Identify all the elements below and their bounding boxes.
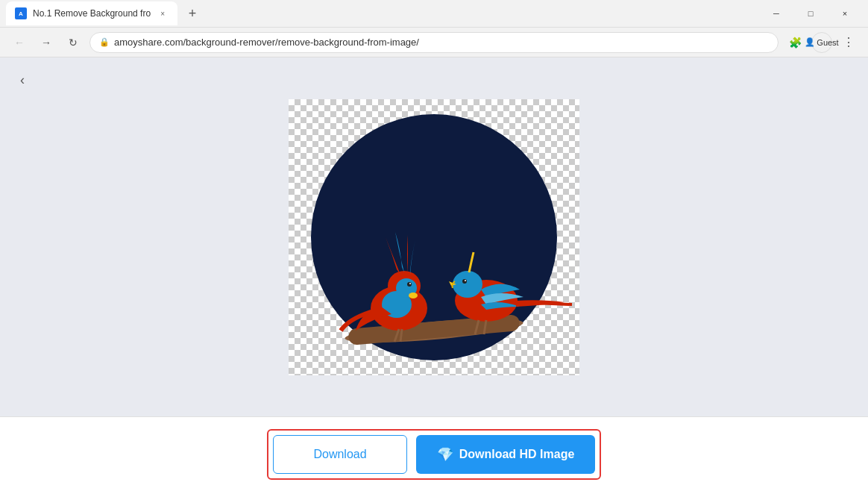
image-area xyxy=(0,57,868,416)
maximize-button[interactable]: □ xyxy=(793,0,828,27)
diamond-icon: 💎 xyxy=(437,446,453,463)
download-hd-label: Download HD Image xyxy=(459,448,575,461)
lock-icon: 🔒 xyxy=(99,37,110,47)
url-text: amoyshare.com/background-remover/remove-… xyxy=(114,37,419,48)
svg-point-12 xyxy=(462,279,467,284)
download-button[interactable]: Download xyxy=(273,435,407,474)
svg-point-11 xyxy=(453,271,482,298)
tab-close-button[interactable]: × xyxy=(157,7,169,19)
svg-point-7 xyxy=(409,293,418,298)
refresh-button[interactable]: ↻ xyxy=(63,32,84,53)
tab-favicon: A xyxy=(15,7,27,19)
page-content: ‹ xyxy=(0,57,868,491)
download-hd-button[interactable]: 💎 Download HD Image xyxy=(416,435,595,474)
svg-point-8 xyxy=(407,282,412,287)
minimize-button[interactable]: ─ xyxy=(759,0,793,27)
forward-nav-button[interactable]: → xyxy=(36,32,57,53)
tab-title: No.1 Remove Background fro xyxy=(33,8,151,19)
page-back-button[interactable]: ‹ xyxy=(12,69,33,90)
image-container xyxy=(289,99,579,375)
profile-icon: 👤 xyxy=(805,37,815,47)
address-bar-row: ← → ↻ 🔒 amoyshare.com/background-remover… xyxy=(0,28,868,57)
active-tab[interactable]: A No.1 Remove Background fro × xyxy=(6,1,177,25)
bottom-bar: Download 💎 Download HD Image xyxy=(0,416,868,491)
svg-point-13 xyxy=(465,280,466,281)
extensions-button[interactable]: 🧩 xyxy=(784,32,805,53)
svg-point-9 xyxy=(409,283,411,284)
browser-menu-button[interactable]: ⋮ xyxy=(838,32,859,53)
profile-button[interactable]: 👤 Guest xyxy=(811,32,832,53)
processed-image xyxy=(289,99,579,375)
close-button[interactable]: × xyxy=(828,0,862,27)
highlight-box: Download 💎 Download HD Image xyxy=(267,429,601,480)
tab-bar: A No.1 Remove Background fro × + ─ □ × xyxy=(0,0,868,27)
profile-label: Guest xyxy=(817,38,838,47)
address-bar[interactable]: 🔒 amoyshare.com/background-remover/remov… xyxy=(89,32,779,53)
window-controls: ─ □ × xyxy=(759,0,862,27)
back-nav-button[interactable]: ← xyxy=(9,32,30,53)
new-tab-button[interactable]: + xyxy=(182,3,203,24)
